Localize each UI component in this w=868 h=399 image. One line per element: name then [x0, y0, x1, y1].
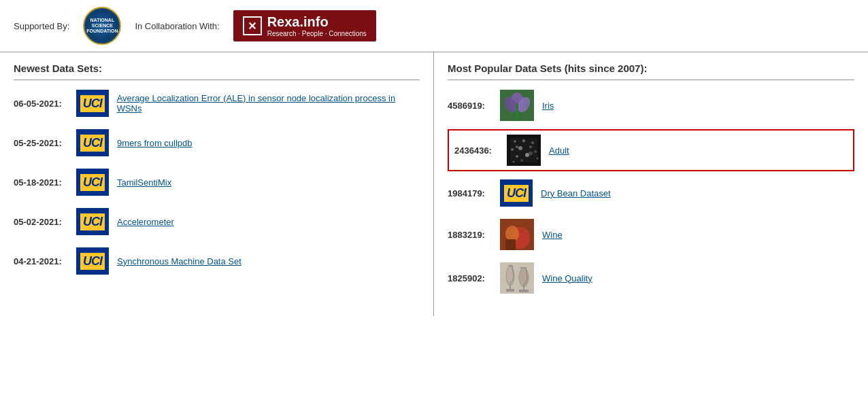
dataset-link[interactable]: Wine — [542, 230, 563, 240]
dataset-date: 05-18-2021: — [14, 177, 68, 188]
hit-count: 1883219: — [448, 230, 492, 240]
list-item: 1883219: Wine — [448, 219, 854, 250]
svg-point-7 — [514, 140, 516, 143]
svg-point-25 — [519, 268, 529, 287]
wine-thumbnail — [500, 219, 534, 250]
dataset-link[interactable]: Dry Bean Dataset — [541, 188, 611, 198]
list-item: 04-21-2021: UCI Synchronous Machine Data… — [14, 247, 420, 275]
dataset-link[interactable]: TamilSentiMix — [117, 177, 171, 188]
svg-point-16 — [537, 158, 539, 160]
list-item: 05-25-2021: UCI 9mers from cullpdb — [14, 129, 420, 156]
dataset-link[interactable]: Average Localization Error (ALE) in sens… — [117, 93, 420, 114]
list-item: 05-18-2021: UCI TamilSentiMix — [14, 169, 420, 196]
list-item: 4586919: Iris — [448, 90, 854, 121]
left-divider — [14, 80, 420, 80]
dataset-date: 04-21-2021: — [14, 256, 68, 266]
svg-point-9 — [531, 141, 534, 144]
uci-badge-icon: UCI — [500, 179, 533, 207]
dataset-date: 06-05-2021: — [14, 99, 68, 109]
iris-thumbnail — [500, 90, 534, 121]
rexa-x-icon: ✕ — [243, 16, 262, 35]
page-header: Supported By: NATIONALSCIENCEFOUNDATION … — [0, 0, 868, 52]
hit-count: 2436436: — [454, 145, 499, 156]
list-item: 1984179: UCI Dry Bean Dataset — [448, 179, 854, 207]
uci-badge-icon: UCI — [76, 169, 109, 196]
svg-rect-4 — [516, 103, 518, 121]
svg-point-24 — [506, 266, 514, 285]
svg-point-13 — [534, 150, 537, 153]
svg-point-12 — [529, 145, 532, 148]
highlighted-row: 2436436: — [448, 129, 854, 171]
left-panel: Newest Data Sets: 06-05-2021: UCI Averag… — [0, 52, 434, 316]
list-item: 1825902: Wine Quality — [448, 262, 854, 294]
svg-rect-5 — [507, 135, 541, 166]
dataset-link[interactable]: Adult — [549, 145, 569, 156]
dataset-date: 05-02-2021: — [14, 217, 68, 227]
svg-point-18 — [513, 161, 515, 163]
wine-quality-thumbnail — [500, 262, 534, 294]
right-panel: Most Popular Data Sets (hits since 2007)… — [434, 52, 868, 316]
hit-count: 4586919: — [448, 101, 492, 111]
svg-point-17 — [520, 159, 523, 162]
popular-datasets-title: Most Popular Data Sets (hits since 2007)… — [448, 63, 854, 74]
uci-badge-icon: UCI — [76, 90, 109, 117]
svg-point-10 — [511, 148, 514, 151]
uci-badge-icon: UCI — [76, 247, 109, 275]
dataset-date: 05-25-2021: — [14, 138, 68, 148]
rexa-logo[interactable]: ✕ Rexa.info Research · People · Connecti… — [233, 10, 376, 41]
newest-datasets-title: Newest Data Sets: — [14, 63, 420, 74]
dataset-link[interactable]: 9mers from cullpdb — [117, 138, 193, 148]
main-content: Newest Data Sets: 06-05-2021: UCI Averag… — [0, 52, 868, 316]
uci-badge-icon: UCI — [76, 208, 109, 235]
svg-rect-6 — [510, 138, 537, 162]
list-item: 05-02-2021: UCI Accelerometer — [14, 208, 420, 235]
dataset-link[interactable]: Synchronous Machine Data Set — [117, 256, 241, 266]
adult-thumbnail — [507, 135, 541, 166]
hit-count: 1984179: — [448, 188, 492, 198]
svg-rect-23 — [500, 262, 534, 294]
rexa-tagline: Research · People · Connections — [267, 30, 367, 37]
svg-rect-22 — [505, 239, 516, 250]
dataset-link[interactable]: Wine Quality — [542, 273, 592, 283]
rexa-name: Rexa.info — [267, 14, 329, 29]
svg-point-11 — [518, 146, 522, 150]
svg-point-14 — [516, 155, 518, 158]
uci-badge-icon: UCI — [76, 129, 109, 156]
dataset-link[interactable]: Accelerometer — [117, 217, 174, 227]
list-item: 2436436: — [454, 135, 848, 166]
collab-label: In Collaboration With: — [135, 21, 219, 31]
dataset-link[interactable]: Iris — [542, 101, 554, 111]
hit-count: 1825902: — [448, 273, 492, 283]
supported-label: Supported By: — [14, 21, 69, 31]
nsf-logo: NATIONALSCIENCEFOUNDATION — [83, 7, 121, 45]
svg-point-8 — [523, 139, 525, 141]
list-item: 06-05-2021: UCI Average Localization Err… — [14, 90, 420, 117]
right-divider — [448, 80, 854, 80]
svg-point-15 — [525, 153, 529, 157]
